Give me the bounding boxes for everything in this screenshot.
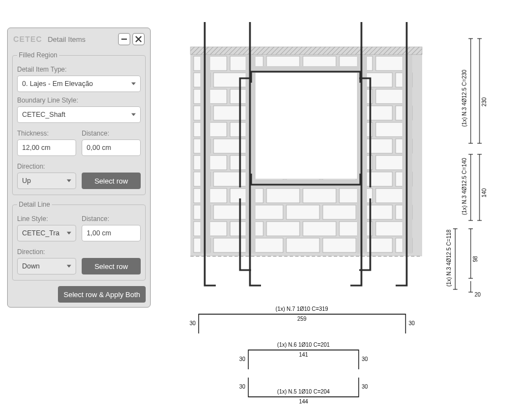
svg-rect-59 <box>339 189 372 203</box>
svg-rect-83 <box>251 180 361 187</box>
svg-rect-57 <box>267 189 300 203</box>
fr-direction-select[interactable]: Up <box>17 173 76 189</box>
right2-spec: (1x) N.3 4Ø12.5 C=140 <box>461 158 467 215</box>
line-style-label: Line Style: <box>17 215 76 223</box>
svg-rect-65 <box>323 205 356 219</box>
filled-region-group: Filled Region Detail Item Type: 0. Lajes… <box>12 51 146 195</box>
detail-line-group: Detail Line Line Style: CETEC_Tra Distan… <box>12 201 146 281</box>
fr-select-row-button[interactable]: Select row <box>82 173 141 189</box>
bottom1-dim: 259 <box>297 316 307 322</box>
bottom3-dim: 144 <box>299 399 308 405</box>
dl-distance-input[interactable] <box>82 225 141 241</box>
bottom3-hook-l: 30 <box>239 384 246 390</box>
svg-rect-58 <box>303 189 336 203</box>
thickness-input[interactable] <box>17 139 76 156</box>
right2-dim: 140 <box>481 188 487 197</box>
detail-item-type-select[interactable]: 0. Lajes - Em Elevação <box>17 76 141 92</box>
detail-item-type-label: Detail Item Type: <box>17 66 141 73</box>
bottom1-hook-r: 30 <box>408 320 415 326</box>
svg-rect-72 <box>339 222 372 236</box>
detail-items-dialog: CETEC Detail Items Filled Region Detail … <box>7 28 151 308</box>
logo: CETEC <box>13 35 42 44</box>
svg-rect-70 <box>267 222 300 236</box>
right3-dim1: 98 <box>472 256 478 262</box>
close-button[interactable] <box>132 33 145 45</box>
svg-rect-49 <box>214 172 247 186</box>
svg-rect-36 <box>214 139 247 153</box>
fr-direction-label: Direction: <box>17 163 76 170</box>
svg-rect-78 <box>323 238 356 252</box>
dl-select-row-button[interactable]: Select row <box>82 258 141 274</box>
minimize-button[interactable] <box>118 33 130 45</box>
right3-dim2: 20 <box>475 292 481 298</box>
elevation-drawing: (1x) N.3 4Ø12.5 C=230 230 (1x) N.3 4Ø12.… <box>168 17 488 413</box>
minimize-icon <box>121 39 127 40</box>
boundary-line-style-label: Boundary Line Style: <box>17 96 141 104</box>
svg-rect-2 <box>190 47 422 55</box>
bottom2-hook-r: 30 <box>361 356 368 362</box>
titlebar: CETEC Detail Items <box>12 33 146 48</box>
svg-rect-23 <box>214 106 247 120</box>
close-icon <box>135 36 142 42</box>
bottom-annotations: (1x) N.7 1Ø10 C=319 259 30 30 (1x) N.6 1… <box>189 306 415 405</box>
right1-dim: 230 <box>481 97 487 106</box>
svg-rect-75 <box>214 238 247 252</box>
filled-region-legend: Filled Region <box>17 51 59 59</box>
detail-line-legend: Detail Line <box>17 201 52 208</box>
bottom2-spec: (1x) N.6 1Ø10 C=201 <box>277 342 330 348</box>
window-title: Detail Items <box>47 35 116 44</box>
bottom3-spec: (1x) N.5 1Ø10 C=204 <box>277 389 330 395</box>
dl-distance-label: Distance: <box>82 215 141 223</box>
svg-rect-77 <box>286 238 319 252</box>
apply-both-button[interactable]: Select row & Apply Both <box>58 286 146 303</box>
boundary-line-style-select[interactable]: CETEC_Shaft <box>17 106 141 123</box>
svg-rect-81 <box>254 72 359 179</box>
fr-distance-label: Distance: <box>82 130 141 137</box>
svg-rect-71 <box>303 222 336 236</box>
masonry-wall <box>190 47 422 256</box>
dl-direction-select[interactable]: Down <box>17 258 76 274</box>
right-annotations: (1x) N.3 4Ø12.5 C=230 230 (1x) N.3 4Ø12.… <box>446 39 487 298</box>
bottom3-hook-r: 30 <box>361 384 368 390</box>
bottom2-hook-l: 30 <box>239 356 246 362</box>
svg-rect-62 <box>214 205 247 219</box>
bottom2-dim: 141 <box>299 352 308 358</box>
right1-spec: (1x) N.3 4Ø12.5 C=230 <box>461 69 467 127</box>
bottom1-spec: (1x) N.7 1Ø10 C=319 <box>275 306 328 312</box>
fr-distance-input[interactable] <box>82 139 141 156</box>
svg-rect-10 <box>214 73 247 87</box>
thickness-label: Thickness: <box>17 130 76 137</box>
svg-rect-64 <box>286 205 319 219</box>
dl-direction-label: Direction: <box>17 248 76 256</box>
line-style-select[interactable]: CETEC_Tra <box>17 225 76 241</box>
bottom1-hook-l: 30 <box>189 320 196 326</box>
right3-spec: (1x) N.3 4Ø12.5 C=118 <box>446 229 452 287</box>
